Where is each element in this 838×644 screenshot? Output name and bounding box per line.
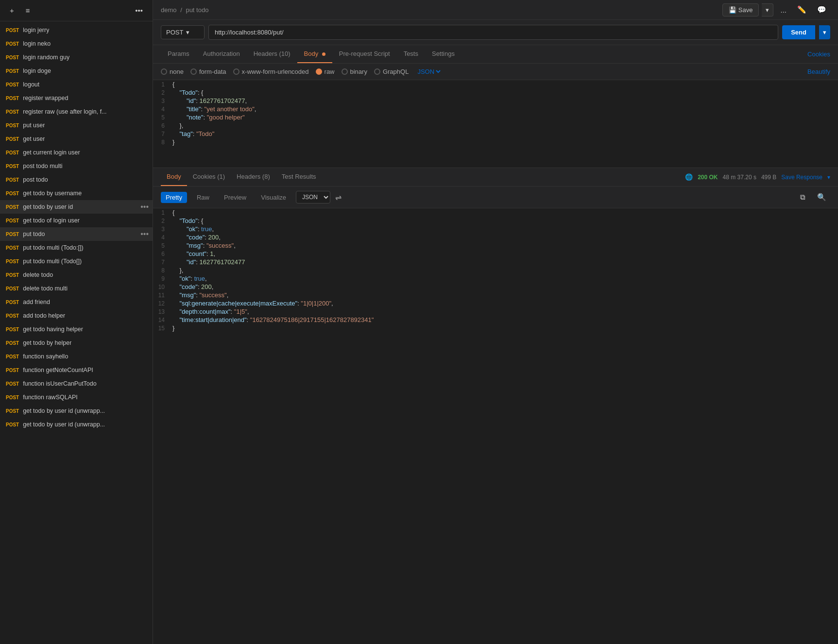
response-json-select[interactable]: JSON xyxy=(296,191,330,203)
sidebar-more[interactable]: ••• xyxy=(140,203,149,211)
fmt-btn-raw[interactable]: Raw xyxy=(192,192,214,203)
sidebar-item-get-todo-by-username[interactable]: POSTget todo by username xyxy=(0,186,153,200)
send-dropdown-button[interactable]: ▾ xyxy=(819,25,830,39)
radio-form-data-label: form-data xyxy=(199,68,226,75)
sidebar-item-label: put todo multi (Todo:[]) xyxy=(23,244,83,251)
fmt-btn-pretty[interactable]: Pretty xyxy=(161,192,187,203)
code-line-1: 1{ xyxy=(153,80,838,88)
save-button[interactable]: 💾 Save xyxy=(722,3,759,17)
tab-authorization[interactable]: Authorization xyxy=(196,45,247,63)
radio-raw[interactable]: raw xyxy=(316,68,335,75)
fmt-btn-preview[interactable]: Preview xyxy=(219,192,251,203)
tab-headers[interactable]: Headers (10) xyxy=(247,45,297,63)
radio-binary[interactable]: binary xyxy=(342,68,367,75)
sidebar-item-put-todo-multi-obj[interactable]: POSTput todo multi (Todo:[]) xyxy=(0,241,153,254)
response-tab-test-results[interactable]: Test Results xyxy=(276,168,322,186)
sidebar-item-function-sayhello[interactable]: POSTfunction sayhello xyxy=(0,350,153,363)
sidebar-item-get-todo-by-user-id-unwrapp1[interactable]: POSTget todo by user id (unwrapp... xyxy=(0,404,153,418)
post-badge: POST xyxy=(6,300,19,305)
line-content: "id": 1627761702477 xyxy=(172,258,838,266)
sidebar-item-login-random-guy[interactable]: POSTlogin random guy xyxy=(0,51,153,64)
radio-urlencoded[interactable]: x-www-form-urlencoded xyxy=(233,68,309,75)
sidebar-item-login-jerry[interactable]: POSTlogin jerry xyxy=(0,23,153,37)
sidebar-item-delete-todo-multi[interactable]: POSTdelete todo multi xyxy=(0,282,153,295)
code-line-7: 7 "tag": "Todo" xyxy=(153,130,838,138)
response-tab-cookies[interactable]: Cookies (1) xyxy=(187,168,231,186)
pencil-icon-btn[interactable]: ✏️ xyxy=(793,3,810,17)
sidebar-item-function-isUserCanPutTodo[interactable]: POSTfunction isUserCanPutTodo xyxy=(0,377,153,390)
chat-icon-btn[interactable]: 💬 xyxy=(813,3,830,17)
sidebar-item-get-todo-of-login-user[interactable]: POSTget todo of login user xyxy=(0,214,153,227)
tab-tests[interactable]: Tests xyxy=(397,45,425,63)
sidebar-item-logout[interactable]: POSTlogout xyxy=(0,78,153,91)
sidebar-item-label: put todo xyxy=(23,231,45,237)
sidebar-item-get-todo-by-helper[interactable]: POSTget todo by helper xyxy=(0,336,153,350)
line-number: 11 xyxy=(153,292,172,299)
radio-graphql-label: GraphQL xyxy=(383,68,409,75)
save-dropdown-button[interactable]: ▾ xyxy=(762,3,773,17)
request-editor[interactable]: 1{2 "Todo": {3 "id": 1627761702477,4 "ti… xyxy=(153,80,838,168)
sidebar-item-function-getNoteCountAPI[interactable]: POSTfunction getNoteCountAPI xyxy=(0,363,153,377)
sidebar-item-login-doge[interactable]: POSTlogin doge xyxy=(0,64,153,78)
send-button[interactable]: Send xyxy=(782,25,815,39)
sidebar-item-post-todo[interactable]: POSTpost todo xyxy=(0,173,153,186)
method-select[interactable]: POST ▾ xyxy=(161,25,205,39)
sidebar-item-put-user[interactable]: POSTput user xyxy=(0,119,153,132)
radio-graphql[interactable]: GraphQL xyxy=(374,68,409,75)
post-badge: POST xyxy=(6,368,19,373)
sidebar-item-post-todo-multi[interactable]: POSTpost todo multi xyxy=(0,159,153,173)
response-section: Body Cookies (1) Headers (8) Test Result… xyxy=(153,168,838,644)
topbar-more-button[interactable]: ... xyxy=(776,3,790,17)
sidebar-item-delete-todo[interactable]: POSTdelete todo xyxy=(0,268,153,282)
sidebar-item-register-raw[interactable]: POSTregister raw (use after login, f... xyxy=(0,105,153,119)
sidebar-item-function-rawSQLAPI[interactable]: POSTfunction rawSQLAPI xyxy=(0,390,153,404)
json-format-select[interactable]: JSON xyxy=(415,68,442,76)
save-response-chevron[interactable]: ▾ xyxy=(827,174,830,181)
sidebar-item-get-current-login-user[interactable]: POSTget current login user xyxy=(0,146,153,159)
search-response-button[interactable]: 🔍 xyxy=(813,190,830,204)
sidebar-item-add-friend[interactable]: POSTadd friend xyxy=(0,295,153,309)
response-tab-body[interactable]: Body xyxy=(161,168,187,186)
save-response-button[interactable]: Save Response xyxy=(781,174,822,181)
tab-params[interactable]: Params xyxy=(161,45,196,63)
response-editor[interactable]: 1{2 "Todo": {3 "ok": true,4 "code": 200,… xyxy=(153,208,838,644)
post-badge: POST xyxy=(6,259,19,264)
sidebar-item-get-user[interactable]: POSTget user xyxy=(0,132,153,146)
sidebar-item-put-todo[interactable]: POSTput todo••• xyxy=(0,227,153,241)
sidebar-item-add-todo-helper[interactable]: POSTadd todo helper xyxy=(0,309,153,322)
line-content: } xyxy=(172,324,838,332)
copy-response-button[interactable]: ⧉ xyxy=(796,190,809,204)
sidebar-item-label: get todo by user id (unwrapp... xyxy=(23,407,105,414)
tab-body[interactable]: Body xyxy=(297,45,332,63)
cookies-link[interactable]: Cookies xyxy=(807,51,830,58)
beautify-button[interactable]: Beautify xyxy=(807,68,830,75)
tab-pre-request[interactable]: Pre-request Script xyxy=(332,45,397,63)
post-badge: POST xyxy=(6,123,19,128)
sidebar-item-register-wrapped[interactable]: POSTregister wrapped xyxy=(0,91,153,105)
filter-button[interactable]: ≡ xyxy=(22,4,34,17)
sidebar-item-label: get todo having helper xyxy=(23,326,83,333)
fmt-btn-visualize[interactable]: Visualize xyxy=(256,192,291,203)
sidebar-item-get-todo-by-user-id-unwrapp2[interactable]: POSTget todo by user id (unwrapp... xyxy=(0,418,153,431)
sidebar-item-get-todo-having-helper[interactable]: POSTget todo having helper xyxy=(0,322,153,336)
sidebar-item-put-todo-multi-arr[interactable]: POSTput todo multi (Todo[]) xyxy=(0,254,153,268)
post-badge: POST xyxy=(6,177,19,183)
line-content: "sql:generate|cache|execute|maxExecute":… xyxy=(172,300,838,307)
tab-settings[interactable]: Settings xyxy=(425,45,462,63)
radio-none[interactable]: none xyxy=(161,68,184,75)
sidebar-item-login-neko[interactable]: POSTlogin neko xyxy=(0,37,153,51)
wrap-icon-btn[interactable]: ⇌ xyxy=(335,193,342,202)
add-button[interactable]: + xyxy=(6,4,18,17)
line-number: 5 xyxy=(153,242,172,249)
sidebar-more[interactable]: ••• xyxy=(140,230,149,238)
line-number: 2 xyxy=(153,89,172,96)
response-tabs-bar: Body Cookies (1) Headers (8) Test Result… xyxy=(153,168,838,186)
sidebar-item-get-todo-by-user-id[interactable]: POSTget todo by user id••• xyxy=(0,200,153,214)
line-content: "id": 1627761702477, xyxy=(172,97,838,104)
radio-form-data[interactable]: form-data xyxy=(190,68,226,75)
line-content: "Todo": { xyxy=(172,217,838,224)
response-time: 48 m 37.20 s xyxy=(723,174,756,181)
response-tab-headers[interactable]: Headers (8) xyxy=(231,168,276,186)
sidebar-more-button[interactable]: ••• xyxy=(131,4,147,17)
url-input[interactable] xyxy=(208,25,778,40)
